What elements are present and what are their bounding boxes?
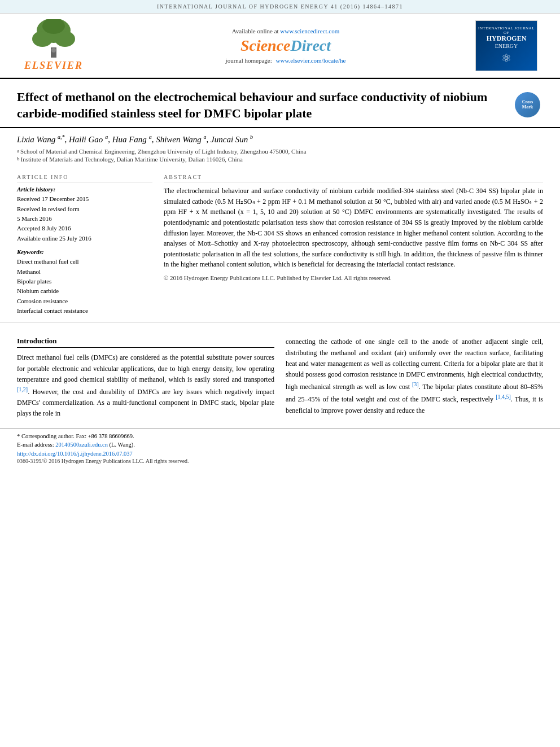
header-center: Available online at www.sciencedirect.co… bbox=[96, 28, 475, 64]
journal-cover-intl: International Journal of bbox=[478, 26, 535, 35]
introduction-left: Introduction Direct methanol fuel cells … bbox=[17, 337, 274, 419]
svg-point-2 bbox=[32, 31, 53, 47]
keywords-title: Keywords: bbox=[17, 248, 152, 255]
ref-1-4-5[interactable]: [1,4,5] bbox=[496, 394, 511, 400]
sciencedirect-logo: ScienceDirect bbox=[102, 37, 470, 55]
crossmark-area[interactable]: CrossMark bbox=[515, 92, 543, 117]
corresponding-author-note: * Corresponding author. Fax: +86 378 866… bbox=[17, 432, 543, 441]
affiliation-a-text: School of Material and Chemical Engineer… bbox=[20, 148, 306, 155]
elsevier-brand: ELSEVIER bbox=[24, 60, 83, 72]
article-info-header: ARTICLE INFO bbox=[17, 174, 152, 182]
paper-title: Effect of methanol on the electrochemica… bbox=[17, 89, 509, 121]
kw-5: Corrosion resistance bbox=[17, 297, 152, 305]
article-info-col: ARTICLE INFO Article history: Received 1… bbox=[17, 174, 152, 316]
article-info-abstract: ARTICLE INFO Article history: Received 1… bbox=[0, 168, 560, 322]
ref-1-2[interactable]: [1,2] bbox=[17, 386, 28, 392]
affiliation-b-text: Institute of Materials and Technology, D… bbox=[21, 156, 243, 163]
elsevier-logo: ELSEVIER bbox=[11, 19, 96, 72]
journal-url[interactable]: www.elsevier.com/locate/he bbox=[276, 57, 346, 64]
banner-text: INTERNATIONAL JOURNAL OF HYDROGEN ENERGY… bbox=[157, 3, 403, 10]
elsevier-logo-area: ELSEVIER bbox=[11, 19, 96, 72]
elsevier-tree-icon bbox=[25, 19, 82, 59]
introduction-title: Introduction bbox=[17, 337, 274, 348]
affiliation-a: a School of Material and Chemical Engine… bbox=[17, 148, 543, 155]
affiliations: a School of Material and Chemical Engine… bbox=[17, 148, 543, 163]
introduction-right: connecting the cathode of one single cel… bbox=[286, 337, 543, 419]
abstract-header: ABSTRACT bbox=[164, 174, 543, 182]
author-shiwen: Shiwen Wang bbox=[156, 135, 202, 144]
abstract-copyright: © 2016 Hydrogen Energy Publications LLC.… bbox=[164, 274, 543, 281]
svg-point-5 bbox=[51, 48, 56, 53]
kw-3: Bipolar plates bbox=[17, 277, 152, 286]
authors-list: Lixia Wang a,*, Haili Gao a, Hua Fang a,… bbox=[17, 134, 543, 145]
authors-section: Lixia Wang a,*, Haili Gao a, Hua Fang a,… bbox=[0, 128, 560, 168]
kw-4: Niobium carbide bbox=[17, 287, 152, 295]
title-section: Effect of methanol on the electrochemica… bbox=[0, 79, 560, 128]
header: ELSEVIER Available online at www.science… bbox=[0, 14, 560, 78]
journal-homepage-line: journal homepage: www.elsevier.com/locat… bbox=[102, 57, 470, 64]
ref-3[interactable]: [3] bbox=[412, 381, 419, 387]
issn-text: 0360-3199/© 2016 Hydrogen Energy Publica… bbox=[17, 458, 543, 464]
introduction-section: Introduction Direct methanol fuel cells … bbox=[0, 331, 560, 425]
journal-cover-area: International Journal of HYDROGEN ENERGY… bbox=[475, 20, 549, 71]
author-lixia: Lixia Wang bbox=[17, 135, 55, 144]
history-revised-date: 5 March 2016 bbox=[17, 215, 152, 223]
journal-cover: International Journal of HYDROGEN ENERGY… bbox=[475, 20, 537, 71]
journal-banner: INTERNATIONAL JOURNAL OF HYDROGEN ENERGY… bbox=[0, 0, 560, 14]
author-juncai: Juncai Sun bbox=[211, 135, 248, 144]
journal-cover-hydrogen: HYDROGEN bbox=[487, 35, 527, 42]
footnote-area: * Corresponding author. Fax: +86 378 866… bbox=[0, 428, 560, 468]
introduction-right-text: connecting the cathode of one single cel… bbox=[286, 337, 543, 416]
email-note: E-mail address: 20140500zzuli.edu.cn (L.… bbox=[17, 440, 543, 449]
svg-point-3 bbox=[55, 31, 75, 47]
keywords-section: Keywords: Direct methanol fuel cell Meth… bbox=[17, 248, 152, 315]
affiliation-b: b Institute of Materials and Technology,… bbox=[17, 156, 543, 163]
history-received: Received 17 December 2015 bbox=[17, 195, 152, 203]
history-title: Article history: bbox=[17, 186, 152, 193]
abstract-text: The electrochemical behaviour and surfac… bbox=[164, 186, 543, 270]
kw-6: Interfacial contact resistance bbox=[17, 307, 152, 315]
kw-2: Methanol bbox=[17, 268, 152, 276]
author-haili: Haili Gao bbox=[69, 135, 103, 144]
abstract-col: ABSTRACT The electrochemical behaviour a… bbox=[164, 174, 543, 316]
atom-icon: ⚛ bbox=[501, 51, 511, 65]
history-online: Available online 25 July 2016 bbox=[17, 234, 152, 243]
crossmark-badge: CrossMark bbox=[515, 92, 540, 117]
email-link[interactable]: 20140500zzuli.edu.cn bbox=[55, 442, 108, 448]
author-hua: Hua Fang bbox=[112, 135, 147, 144]
doi-link[interactable]: http://dx.doi.org/10.1016/j.ijhydene.201… bbox=[17, 451, 543, 457]
author-sup-a: a,* bbox=[58, 134, 65, 140]
history-accepted: Accepted 8 July 2016 bbox=[17, 224, 152, 233]
kw-1: Direct methanol fuel cell bbox=[17, 257, 152, 266]
introduction-left-text: Direct methanol fuel cells (DMFCs) are c… bbox=[17, 352, 274, 419]
available-online-text: Available online at www.sciencedirect.co… bbox=[102, 28, 470, 34]
history-revised-label: Received in revised form bbox=[17, 205, 152, 213]
journal-cover-energy: ENERGY bbox=[495, 43, 518, 49]
sd-url[interactable]: www.sciencedirect.com bbox=[280, 28, 339, 34]
title-text-area: Effect of methanol on the electrochemica… bbox=[17, 89, 509, 121]
